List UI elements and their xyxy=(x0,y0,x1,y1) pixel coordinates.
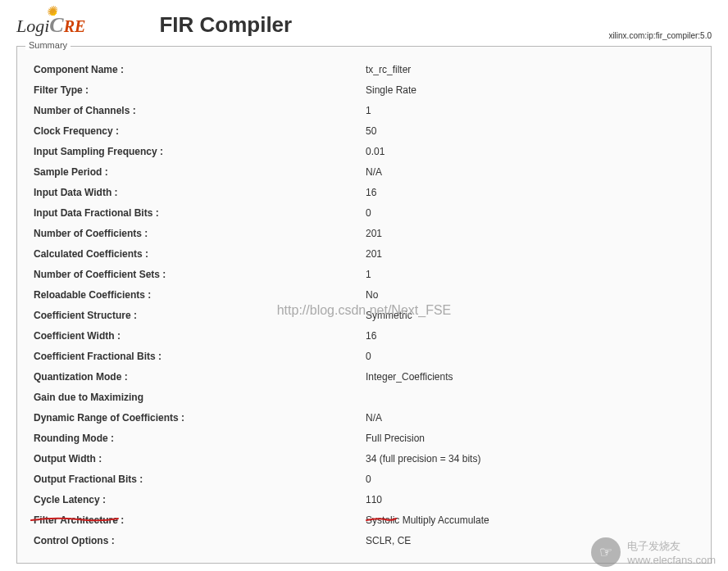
summary-row-label: Calculated Coefficients : xyxy=(30,243,366,264)
summary-row-label: Sample Period : xyxy=(30,161,366,182)
table-row: Reloadable Coefficients :No xyxy=(30,284,698,305)
table-row: Coefficient Width :16 xyxy=(30,325,698,346)
logo-logi: Logi xyxy=(16,16,49,36)
table-row: Quantization Mode :Integer_Coefficients xyxy=(30,366,698,387)
summary-row-label: Cycle Latency : xyxy=(30,489,366,510)
summary-row-label: Input Data Fractional Bits : xyxy=(30,202,366,223)
summary-row-value: 34 (full precision = 34 bits) xyxy=(366,448,698,469)
summary-row-value: 201 xyxy=(366,223,698,243)
summary-row-value: 1 xyxy=(366,264,698,284)
summary-row-value: Symmetric xyxy=(366,305,698,325)
table-row: Filter Type :Single Rate xyxy=(30,79,698,100)
page-title: FIR Compiler xyxy=(159,12,608,38)
table-row: Input Data Fractional Bits :0 xyxy=(30,202,698,223)
watermark-corner-text-bottom: www.elecfans.com xyxy=(627,554,716,566)
summary-row-label: Coefficient Structure : xyxy=(30,305,366,325)
summary-row-label: Input Sampling Frequency : xyxy=(30,141,366,161)
table-row: Dynamic Range of Coefficients :N/A xyxy=(30,407,698,428)
summary-row-label: Coefficient Width : xyxy=(30,325,366,346)
table-row: Output Width :34 (full precision = 34 bi… xyxy=(30,448,698,469)
summary-row-value xyxy=(366,387,698,407)
summary-legend: Summary xyxy=(25,40,71,50)
summary-panel: Summary Component Name :tx_rc_filterFilt… xyxy=(16,46,712,564)
header: LogiCRE FIR Compiler xilinx.com:ip:fir_c… xyxy=(0,0,728,46)
summary-row-label: Reloadable Coefficients : xyxy=(30,284,366,305)
summary-row-label: Rounding Mode : xyxy=(30,428,366,448)
table-row: Sample Period :N/A xyxy=(30,161,698,182)
table-row: Input Data Width :16 xyxy=(30,182,698,202)
table-row: Cycle Latency :110 xyxy=(30,489,698,510)
table-row: Number of Coefficient Sets :1 xyxy=(30,264,698,284)
summary-row-value: 110 xyxy=(366,489,698,510)
summary-row-value: Integer_Coefficients xyxy=(366,366,698,387)
table-row: Number of Channels :1 xyxy=(30,100,698,120)
summary-row-value: Single Rate xyxy=(366,79,698,100)
table-row: Input Sampling Frequency :0.01 xyxy=(30,141,698,161)
summary-row-value: Systolic Multiply Accumulate xyxy=(366,510,698,530)
summary-row-label: Number of Coefficients : xyxy=(30,223,366,243)
table-row: Clock Frequency :50 xyxy=(30,120,698,141)
summary-row-label: Number of Coefficient Sets : xyxy=(30,264,366,284)
summary-row-value: N/A xyxy=(366,161,698,182)
summary-row-value: No xyxy=(366,284,698,305)
table-row: Number of Coefficients :201 xyxy=(30,223,698,243)
summary-row-label: Output Fractional Bits : xyxy=(30,469,366,489)
logo-re: RE xyxy=(64,17,86,35)
summary-row-value: 16 xyxy=(366,182,698,202)
summary-row-label: Component Name : xyxy=(30,59,366,79)
summary-row-value: 0.01 xyxy=(366,141,698,161)
summary-row-label: Output Width : xyxy=(30,448,366,469)
summary-row-value: 0 xyxy=(366,469,698,489)
watermark-corner: ☞ 电子发烧友 www.elecfans.com xyxy=(591,537,716,567)
ip-path-text: xilinx.com:ip:fir_compiler:5.0 xyxy=(608,31,712,42)
table-row: Rounding Mode :Full Precision xyxy=(30,428,698,448)
summary-row-label: Quantization Mode : xyxy=(30,366,366,387)
logicore-logo: LogiCRE xyxy=(16,13,85,38)
summary-row-value: N/A xyxy=(366,407,698,428)
summary-row-value: 0 xyxy=(366,346,698,366)
table-row: Calculated Coefficients :201 xyxy=(30,243,698,264)
summary-row-value: 201 xyxy=(366,243,698,264)
summary-row-value: 50 xyxy=(366,120,698,141)
summary-row-label: Number of Channels : xyxy=(30,100,366,120)
summary-row-label: Gain due to Maximizing xyxy=(30,387,366,407)
summary-row-value: 1 xyxy=(366,100,698,120)
summary-row-label: Filter Architecture : xyxy=(30,510,366,530)
watermark-corner-text-top: 电子发烧友 xyxy=(627,539,716,554)
summary-row-label: Control Options : xyxy=(30,530,366,551)
summary-row-label: Input Data Width : xyxy=(30,182,366,202)
summary-row-label: Dynamic Range of Coefficients : xyxy=(30,407,366,428)
summary-row-label: Filter Type : xyxy=(30,79,366,100)
table-row: Output Fractional Bits :0 xyxy=(30,469,698,489)
summary-row-value: Full Precision xyxy=(366,428,698,448)
table-row: Component Name :tx_rc_filter xyxy=(30,59,698,79)
table-row: Gain due to Maximizing xyxy=(30,387,698,407)
summary-row-value: 0 xyxy=(366,202,698,223)
summary-row-value: tx_rc_filter xyxy=(366,59,698,79)
sun-icon xyxy=(48,7,59,18)
summary-row-label: Clock Frequency : xyxy=(30,120,366,141)
table-row: Filter Architecture :Systolic Multiply A… xyxy=(30,510,698,530)
table-row: Coefficient Fractional Bits :0 xyxy=(30,346,698,366)
summary-row-label: Coefficient Fractional Bits : xyxy=(30,346,366,366)
summary-table: Component Name :tx_rc_filterFilter Type … xyxy=(30,59,698,551)
table-row: Coefficient Structure :Symmetric xyxy=(30,305,698,325)
hand-cursor-icon: ☞ xyxy=(591,537,621,567)
summary-row-value: 16 xyxy=(366,325,698,346)
